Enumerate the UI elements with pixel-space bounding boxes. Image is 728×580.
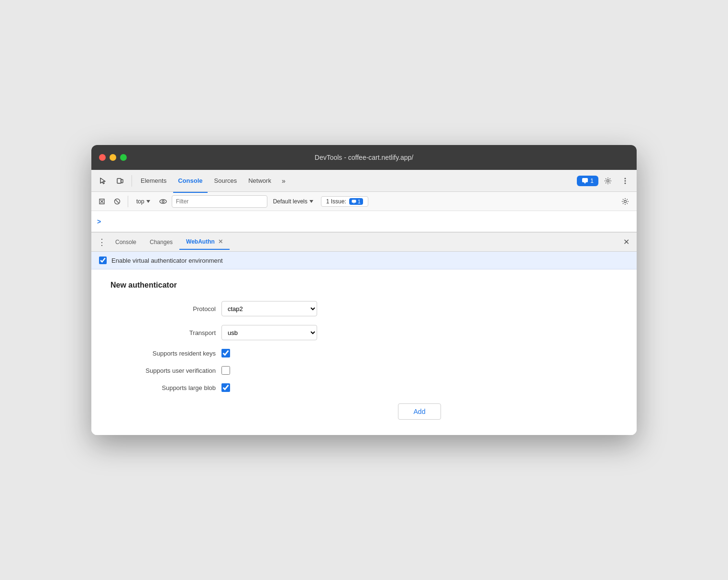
- tab-elements[interactable]: Elements: [136, 174, 171, 187]
- svg-rect-14: [352, 200, 356, 202]
- tab-sources[interactable]: Sources: [210, 174, 242, 187]
- bottom-tab-more-btn[interactable]: ⋮: [95, 235, 109, 249]
- resident-keys-label: Supports resident keys: [110, 350, 216, 357]
- kebab-btn[interactable]: [618, 173, 633, 189]
- add-btn-row: Add: [110, 403, 618, 420]
- svg-rect-2: [582, 178, 588, 182]
- traffic-lights: [99, 154, 127, 161]
- main-nav-bar: Elements Console Sources Network » 1: [91, 170, 637, 192]
- maximize-button[interactable]: [120, 154, 127, 161]
- resident-keys-checkbox[interactable]: [221, 349, 230, 357]
- tab-webauthn-close[interactable]: ✕: [218, 238, 223, 245]
- svg-point-13: [162, 201, 164, 202]
- window-title: DevTools - coffee-cart.netlify.app/: [315, 154, 413, 161]
- close-panel-btn[interactable]: ✕: [619, 235, 633, 249]
- large-blob-checkbox[interactable]: [221, 383, 230, 392]
- tab-console[interactable]: Console: [173, 174, 207, 187]
- svg-point-6: [625, 182, 626, 184]
- resident-keys-row: Supports resident keys: [110, 349, 618, 357]
- console-settings-btn[interactable]: [618, 194, 633, 209]
- user-verification-row: Supports user verification: [110, 366, 618, 375]
- user-verification-checkbox[interactable]: [221, 366, 230, 375]
- issues-count-badge: 1: [349, 198, 363, 205]
- svg-point-15: [624, 200, 627, 202]
- device-toggle-btn[interactable]: [112, 173, 128, 189]
- issues-badge[interactable]: 1: [577, 176, 598, 186]
- user-verification-label: Supports user verification: [110, 367, 216, 374]
- settings-btn[interactable]: [600, 173, 616, 189]
- webauthn-panel: Enable virtual authenticator environment…: [91, 252, 637, 435]
- tab-network[interactable]: Network: [243, 174, 276, 187]
- issues-text: 1 Issue:: [326, 198, 346, 205]
- enable-env-checkbox[interactable]: [99, 257, 107, 264]
- protocol-select[interactable]: ctap2 u2f: [221, 301, 317, 316]
- new-auth-title: New authenticator: [110, 281, 618, 290]
- issues-count-box[interactable]: 1 Issue: 1: [321, 196, 368, 207]
- toolbar-divider: [128, 196, 128, 207]
- title-bar: DevTools - coffee-cart.netlify.app/: [91, 145, 637, 170]
- svg-line-11: [115, 200, 119, 203]
- context-selector[interactable]: top: [132, 196, 154, 207]
- clear-log-btn[interactable]: [95, 195, 109, 208]
- issues-count: 1: [590, 178, 594, 184]
- context-label: top: [136, 198, 144, 205]
- large-blob-row: Supports large blob: [110, 383, 618, 392]
- filter-input[interactable]: [172, 195, 267, 208]
- svg-rect-1: [121, 179, 123, 183]
- block-btn[interactable]: [110, 195, 124, 208]
- tab-webauthn[interactable]: WebAuthn ✕: [179, 234, 230, 250]
- transport-label: Transport: [110, 329, 216, 336]
- bottom-tabs: ⋮ Console Changes WebAuthn ✕ ✕: [91, 233, 637, 252]
- tab-console-bottom[interactable]: Console: [109, 235, 143, 249]
- transport-select[interactable]: usb nfc ble internal: [221, 325, 317, 340]
- nav-divider: [132, 175, 132, 187]
- new-auth-section: New authenticator Protocol ctap2 u2f Tra…: [91, 269, 637, 435]
- svg-point-4: [625, 178, 626, 179]
- tab-changes[interactable]: Changes: [143, 235, 179, 249]
- protocol-label: Protocol: [110, 305, 216, 312]
- protocol-row: Protocol ctap2 u2f: [110, 301, 618, 316]
- add-button[interactable]: Add: [398, 403, 441, 420]
- minimize-button[interactable]: [110, 154, 116, 161]
- svg-rect-0: [117, 178, 121, 183]
- enable-env-bar: Enable virtual authenticator environment: [91, 252, 637, 269]
- eye-btn[interactable]: [156, 195, 170, 208]
- enable-env-label: Enable virtual authenticator environment: [111, 257, 223, 264]
- close-button[interactable]: [99, 154, 106, 161]
- transport-row: Transport usb nfc ble internal: [110, 325, 618, 340]
- svg-point-5: [625, 180, 626, 181]
- svg-point-12: [160, 200, 166, 203]
- nav-more-btn[interactable]: »: [278, 175, 289, 187]
- cursor-icon-btn[interactable]: [95, 173, 110, 189]
- console-toolbar: top Default levels 1 Issue: 1: [91, 192, 637, 211]
- large-blob-label: Supports large blob: [110, 384, 216, 391]
- devtools-window: DevTools - coffee-cart.netlify.app/ Elem…: [91, 145, 637, 435]
- bottom-panel: ⋮ Console Changes WebAuthn ✕ ✕ Enable vi…: [91, 232, 637, 435]
- console-content[interactable]: >: [91, 211, 637, 232]
- svg-point-3: [607, 179, 609, 182]
- console-prompt[interactable]: >: [97, 218, 101, 225]
- default-levels-btn[interactable]: Default levels: [269, 197, 317, 206]
